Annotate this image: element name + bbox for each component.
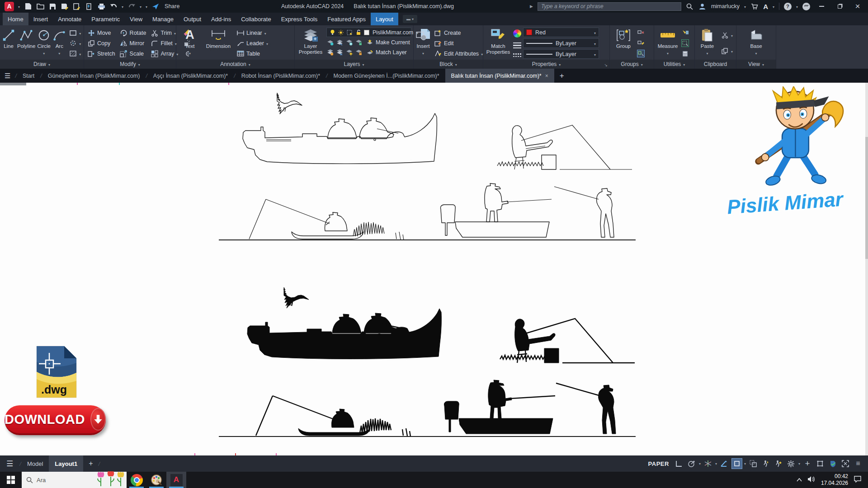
copy-button[interactable]: Copy bbox=[86, 38, 117, 48]
search-icon[interactable] bbox=[686, 2, 694, 10]
grid-display-icon[interactable] bbox=[674, 458, 684, 469]
canvas-scrollbar[interactable] bbox=[865, 83, 868, 455]
layer-properties-button[interactable]: Layer Properties bbox=[297, 27, 325, 60]
linetype-icon[interactable] bbox=[513, 53, 521, 57]
close-button[interactable]: × bbox=[851, 0, 864, 13]
user-caret-icon[interactable] bbox=[744, 3, 746, 9]
circle-button[interactable]: Circle bbox=[37, 27, 51, 60]
layer-thaw-icon[interactable] bbox=[336, 48, 344, 56]
file-tab-modern[interactable]: Modern Güneşlenen İ...(PislikMimar.com)* bbox=[328, 69, 445, 83]
tab-manage[interactable]: Manage bbox=[147, 13, 179, 25]
layer-sun-icon[interactable] bbox=[345, 48, 353, 56]
new-layout-button[interactable]: + bbox=[83, 460, 98, 468]
ellipse-button[interactable] bbox=[68, 38, 82, 48]
taskbar-clock[interactable]: 00:42 17.04.2026 bbox=[821, 473, 848, 487]
modify-panel-footer[interactable]: Modify bbox=[84, 60, 176, 69]
graphics-performance-icon[interactable] bbox=[827, 458, 838, 469]
tab-add-ins[interactable]: Add-ins bbox=[206, 13, 236, 25]
linear-caret-icon[interactable] bbox=[264, 30, 266, 36]
block-edit-button[interactable]: Edit bbox=[433, 38, 484, 48]
autocad-taskbar-button[interactable]: A bbox=[166, 472, 186, 488]
volume-icon[interactable] bbox=[807, 476, 816, 484]
polar-tracking-icon[interactable] bbox=[686, 458, 697, 469]
dimension-button[interactable]: Dimension bbox=[203, 27, 233, 60]
quick-select-icon[interactable] bbox=[681, 29, 689, 37]
table-button[interactable]: Table bbox=[235, 48, 269, 59]
isometric-drafting-icon[interactable] bbox=[703, 458, 713, 469]
new-file-icon[interactable] bbox=[24, 2, 32, 10]
trim-button[interactable]: Trim bbox=[149, 28, 179, 38]
layer-isolate-icon[interactable] bbox=[336, 38, 344, 46]
save-as-icon[interactable] bbox=[61, 2, 69, 10]
paint-taskbar-button[interactable] bbox=[146, 472, 166, 488]
autocad-logo-icon[interactable]: A bbox=[5, 2, 14, 11]
match-properties-button[interactable]: Match Properties bbox=[485, 27, 511, 60]
taskbar-search-input[interactable]: Ara bbox=[22, 472, 127, 488]
workspace-switch-icon[interactable] bbox=[760, 458, 771, 469]
arc-button[interactable]: Arc bbox=[52, 27, 66, 60]
annotation-panel-footer[interactable]: Annotation bbox=[176, 60, 294, 69]
properties-expander-icon[interactable]: ↘ bbox=[604, 63, 608, 67]
cart-icon[interactable] bbox=[750, 2, 759, 10]
ungroup-icon[interactable] bbox=[637, 29, 645, 37]
group-button[interactable]: Group bbox=[612, 27, 635, 60]
stretch-button[interactable]: Stretch bbox=[86, 48, 117, 59]
settings-caret-icon[interactable]: ▾ bbox=[798, 462, 800, 466]
layer-lock-icon[interactable] bbox=[355, 38, 363, 46]
new-file-tab-button[interactable]: + bbox=[554, 69, 570, 83]
help-icon[interactable]: ? bbox=[784, 3, 792, 10]
tab-home[interactable]: Home bbox=[3, 13, 28, 25]
leader-caret-icon[interactable] bbox=[266, 40, 268, 47]
user-avatar-icon[interactable] bbox=[698, 2, 707, 10]
text-caret-icon[interactable] bbox=[189, 50, 191, 56]
group-edit-icon[interactable] bbox=[637, 39, 645, 47]
layer-off-icon[interactable] bbox=[326, 38, 334, 46]
match-layer-button[interactable]: Match Layer bbox=[364, 47, 411, 57]
cut-button[interactable] bbox=[720, 30, 734, 41]
drawing-canvas[interactable]: Pislik Mimar .dwg DOWNLOAD bbox=[0, 83, 868, 455]
block-panel-footer[interactable]: Block bbox=[414, 60, 483, 69]
view-panel-footer[interactable]: View bbox=[736, 60, 776, 69]
file-tabs-menu-icon[interactable]: ☰ bbox=[0, 69, 15, 83]
tray-chevron-icon[interactable] bbox=[797, 477, 802, 483]
measure-caret-icon[interactable] bbox=[667, 50, 669, 56]
rectangle-button[interactable] bbox=[68, 28, 82, 38]
polar-caret-icon[interactable]: ▾ bbox=[699, 462, 701, 466]
tab-annotate[interactable]: Annotate bbox=[53, 13, 86, 25]
download-button[interactable]: DOWNLOAD bbox=[5, 405, 106, 435]
edit-attributes-caret-icon[interactable] bbox=[481, 51, 483, 57]
rotate-button[interactable]: Rotate bbox=[118, 28, 148, 38]
tab-layout[interactable]: Layout bbox=[371, 13, 398, 25]
insert-button[interactable]: Insert bbox=[415, 27, 431, 60]
tab-express-tools[interactable]: Express Tools bbox=[276, 13, 323, 25]
search-collapse-arrow-icon[interactable]: ▶ bbox=[530, 4, 533, 9]
qat-customize-caret-icon[interactable] bbox=[146, 3, 147, 9]
share-label[interactable]: Share bbox=[165, 3, 179, 9]
groups-panel-footer[interactable]: Groups bbox=[610, 60, 654, 69]
mirror-button[interactable]: Mirror bbox=[118, 38, 148, 48]
autodesk-account-icon[interactable]: A bbox=[763, 3, 768, 10]
notification-center-icon[interactable] bbox=[854, 475, 862, 484]
arc-caret-icon[interactable] bbox=[58, 50, 60, 56]
move-button[interactable]: Move bbox=[86, 28, 117, 38]
tab-collaborate[interactable]: Collaborate bbox=[236, 13, 276, 25]
layout-menu-icon[interactable]: ☰ bbox=[0, 459, 19, 469]
file-tab-asci[interactable]: Aşçı İnsan (PislikMimar.com)* bbox=[147, 69, 234, 83]
share-icon[interactable] bbox=[151, 2, 160, 10]
utilities-panel-footer[interactable]: Utilities bbox=[654, 60, 694, 69]
annotation-scale-icon[interactable] bbox=[731, 458, 742, 469]
layer-dropdown[interactable]: PislikMimar.com bbox=[326, 28, 411, 37]
lineweight-dropdown[interactable]: ByLayer bbox=[523, 38, 599, 48]
trim-caret-icon[interactable] bbox=[174, 30, 176, 36]
insert-caret-icon[interactable] bbox=[422, 50, 424, 56]
layer-unisolate-icon[interactable] bbox=[326, 48, 334, 56]
paper-space-indicator[interactable]: PAPER bbox=[648, 460, 669, 467]
polyline-button[interactable]: Polyline bbox=[17, 27, 35, 60]
annotation-visibility-icon[interactable] bbox=[719, 458, 730, 469]
app-menu-caret-icon[interactable] bbox=[18, 3, 20, 9]
array-button[interactable]: Array bbox=[149, 48, 179, 59]
draw-panel-footer[interactable]: Draw bbox=[0, 60, 84, 69]
measure-button[interactable]: Measure bbox=[656, 27, 679, 60]
ribbon-display-toggle[interactable]: ▬ bbox=[403, 15, 417, 23]
clean-screen-icon[interactable] bbox=[840, 458, 851, 469]
